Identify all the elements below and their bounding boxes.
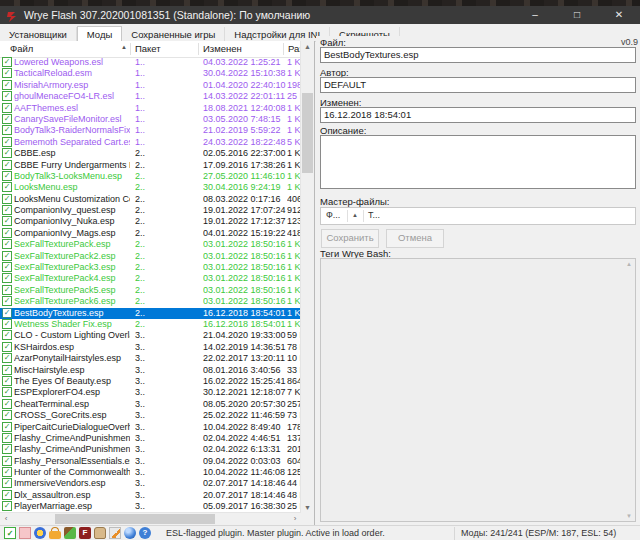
mod-row[interactable]: ✓Flashy_CrimeAndPunishment...3..02.04.20…	[0, 433, 301, 444]
mod-row[interactable]: ✓Flashy_CrimeAndPunishment...3..02.04.20…	[0, 444, 301, 455]
mod-row[interactable]: ✓Bememoth Separated Cart.esl1..24.03.202…	[0, 137, 301, 148]
mod-checkbox-icon[interactable]: ✓	[2, 148, 12, 158]
settings-wheel-icon[interactable]	[34, 527, 46, 539]
mod-row[interactable]: ✓SexFallTexturePack3.esp2..03.01.2022 18…	[0, 262, 301, 273]
mod-checkbox-icon[interactable]: ✓	[2, 285, 12, 295]
column-header-package[interactable]: Пакет	[135, 43, 161, 54]
sphere-icon[interactable]	[124, 527, 136, 539]
mod-row[interactable]: ✓CompanionIvy_Mags.esp2..04.01.2022 15:1…	[0, 228, 301, 239]
mod-checkbox-icon[interactable]: ✓	[2, 205, 12, 215]
docs-browser-icon[interactable]	[94, 527, 106, 539]
mod-checkbox-icon[interactable]: ✓	[2, 376, 12, 386]
mod-checkbox-icon[interactable]: ✓	[2, 194, 12, 204]
mod-row[interactable]: ✓CompanionIvy_quest.esp2..19.01.2022 17:…	[0, 205, 301, 216]
mod-checkbox-icon[interactable]: ✓	[2, 80, 12, 90]
vertical-scrollbar[interactable]: ▲ ▼	[300, 41, 314, 513]
mod-checkbox-icon[interactable]: ✓	[2, 182, 12, 192]
checklist-edit-icon[interactable]	[109, 527, 121, 539]
mod-checkbox-icon[interactable]: ✓	[2, 478, 12, 488]
mod-row[interactable]: ✓SexFallTexturePack6.esp2..03.01.2022 18…	[0, 296, 301, 307]
mod-checkbox-icon[interactable]: ✓	[2, 216, 12, 226]
mod-checkbox-icon[interactable]: ✓	[2, 467, 12, 477]
mod-checkbox-icon[interactable]: ✓	[2, 125, 12, 135]
mod-checkbox-icon[interactable]: ✓	[2, 387, 12, 397]
mod-checkbox-icon[interactable]: ✓	[2, 114, 12, 124]
mod-row[interactable]: ✓AAFThemes.esl1..18.08.2021 12:40:081 KB	[0, 103, 301, 114]
titlebar[interactable]: Wrye Flash 307.202001081351 (Standalone)…	[0, 6, 640, 24]
mod-checkbox-icon[interactable]: ✓	[2, 273, 12, 283]
mod-checkbox-icon[interactable]: ✓	[2, 91, 12, 101]
mod-row[interactable]: ✓CLO - Custom Lighting Overla...3..21.04…	[0, 330, 301, 341]
brush-icon[interactable]	[64, 527, 76, 539]
mod-checkbox-icon[interactable]: ✓	[2, 262, 12, 272]
mod-checkbox-icon[interactable]: ✓	[2, 319, 12, 329]
masters-list-header[interactable]: Ф... ▲ Т...	[320, 207, 636, 225]
mod-row[interactable]: ✓MiscHairstyle.esp3..08.01.2016 3:40:563…	[0, 365, 301, 376]
mod-row[interactable]: ✓ESPExplorerFO4.esp3..30.12.2021 12:18:0…	[0, 387, 301, 398]
column-header-modified[interactable]: Изменен	[203, 43, 242, 54]
mod-checkbox-icon[interactable]: ✓	[2, 399, 12, 409]
mod-checkbox-icon[interactable]: ✓	[2, 422, 12, 432]
scroll-left-icon[interactable]: ‹	[0, 513, 12, 525]
mod-row[interactable]: ✓LooksMenu Customization Co...2..08.03.2…	[0, 194, 301, 205]
active-mods-toggle-icon[interactable]: ✓	[4, 527, 16, 539]
scroll-right-icon[interactable]: ›	[289, 513, 301, 525]
mod-row[interactable]: ✓KSHairdos.esp3..14.02.2019 14:36:5178 K	[0, 342, 301, 353]
mod-checkbox-icon[interactable]: ✓	[2, 68, 12, 78]
mod-checkbox-icon[interactable]: ✓	[2, 296, 12, 306]
modified-input[interactable]: 16.12.2018 18:54:01	[320, 107, 636, 123]
file-name-input[interactable]: BestBodyTextures.esp	[320, 47, 636, 63]
mod-checkbox-icon[interactable]: ✓	[2, 137, 12, 147]
installers-toggle-icon[interactable]	[19, 527, 31, 539]
mod-row[interactable]: ✓SexFallTexturePack4.esp2..03.01.2022 18…	[0, 273, 301, 284]
mod-checkbox-icon[interactable]: ✓	[2, 308, 12, 318]
author-input[interactable]: DEFAULT	[320, 77, 636, 93]
tab-saves[interactable]: Сохраненные игры	[122, 27, 225, 42]
horizontal-scroll-thumb[interactable]	[55, 514, 215, 524]
mod-row[interactable]: ✓Lowered Weapons.esl1..04.03.2022 1:25:2…	[0, 57, 301, 68]
mod-row[interactable]: ✓CheatTerminal.esp3..08.05.2020 20:57:30…	[0, 399, 301, 410]
mod-checkbox-icon[interactable]: ✓	[2, 501, 12, 511]
mod-row[interactable]: ✓SexFallTexturePack.esp2..03.01.2022 18:…	[0, 239, 301, 250]
mod-checkbox-icon[interactable]: ✓	[2, 160, 12, 170]
mod-checkbox-icon[interactable]: ✓	[2, 444, 12, 454]
mod-checkbox-icon[interactable]: ✓	[2, 490, 12, 500]
mod-checkbox-icon[interactable]: ✓	[2, 456, 12, 466]
minimize-button[interactable]: –	[514, 6, 556, 24]
close-button[interactable]: ✕	[598, 6, 640, 24]
column-header-file[interactable]: Файл	[10, 43, 33, 54]
mod-row[interactable]: ✓CBBE.esp2..02.05.2016 22:37:001 KB	[0, 148, 301, 159]
bash-tags-box[interactable]: ▲ ▼	[320, 258, 636, 522]
mod-checkbox-icon[interactable]: ✓	[2, 410, 12, 420]
save-button[interactable]: Сохранить	[321, 229, 379, 248]
mod-row[interactable]: ✓BodyTalk3-RaiderNormalsFix...1..21.02.2…	[0, 125, 301, 136]
mod-row[interactable]: ✓SexFallTexturePack5.esp2..03.01.2022 18…	[0, 285, 301, 296]
mod-checkbox-icon[interactable]: ✓	[2, 57, 12, 67]
mod-row[interactable]: ✓CROSS_GoreCrits.esp3..25.02.2022 11:46:…	[0, 410, 301, 421]
mod-checkbox-icon[interactable]: ✓	[2, 251, 12, 261]
mod-row[interactable]: ✓ghoulMenaceFO4-LR.esl1..14.03.2022 22:0…	[0, 91, 301, 102]
mod-checkbox-icon[interactable]: ✓	[2, 353, 12, 363]
vertical-scroll-thumb[interactable]	[302, 93, 313, 173]
description-textarea[interactable]	[320, 135, 636, 189]
masters-column-file[interactable]: Ф...	[326, 210, 340, 220]
mod-row[interactable]: ✓PiperCaitCurieDialogueOverh...3..10.04.…	[0, 422, 301, 433]
flash-launcher-icon[interactable]: F	[79, 527, 91, 539]
mod-checkbox-icon[interactable]: ✓	[2, 239, 12, 249]
help-icon[interactable]: ?	[139, 527, 151, 539]
mod-checkbox-icon[interactable]: ✓	[2, 330, 12, 340]
mod-row[interactable]: ✓MisriahArmory.esp1..01.04.2020 22:40:10…	[0, 80, 301, 91]
mod-row[interactable]: ✓ImmersiveVendors.esp3..02.07.2017 14:18…	[0, 478, 301, 489]
mod-row[interactable]: ✓Dlx_assaultron.esp3..20.07.2017 18:14:4…	[0, 490, 301, 501]
mod-row[interactable]: ✓The Eyes Of Beauty.esp3..16.02.2022 15:…	[0, 376, 301, 387]
mod-row[interactable]: ✓Hunter of the Commonwealth...3..10.04.2…	[0, 467, 301, 478]
cancel-button[interactable]: Отмена	[386, 229, 444, 248]
mod-checkbox-icon[interactable]: ✓	[2, 228, 12, 238]
scroll-down-icon[interactable]: ▼	[301, 502, 314, 513]
mod-row[interactable]: ✓Wetness Shader Fix.esp2..16.12.2018 18:…	[0, 319, 301, 330]
mod-row[interactable]: ✓CompanionIvy_Nuka.esp2..19.01.2022 17:1…	[0, 216, 301, 227]
tab-installers[interactable]: Установщики	[0, 27, 77, 42]
tab-ini[interactable]: Надстройки для INI	[225, 27, 330, 42]
mod-row[interactable]: ✓TacticalReload.esm1..30.04.2022 15:10:3…	[0, 68, 301, 79]
mod-row[interactable]: ✓CanarySaveFileMonitor.esl1..03.05.2020 …	[0, 114, 301, 125]
